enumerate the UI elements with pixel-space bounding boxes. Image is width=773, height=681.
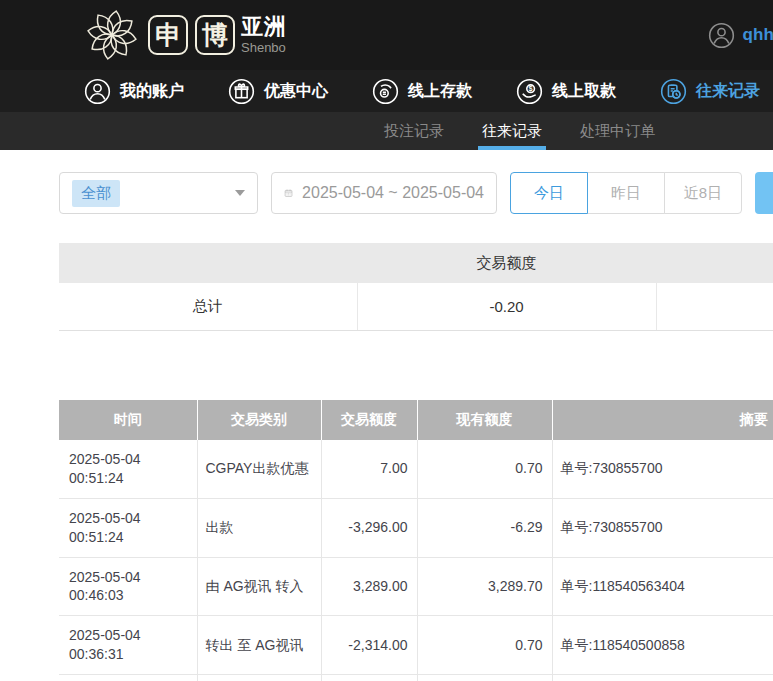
record-tabs: 投注记录 往来记录 处理中订单 (0, 112, 773, 150)
summary-header-empty (656, 243, 773, 283)
table-header-row: 时间 交易类别 交易额度 现有额度 摘要 (59, 400, 773, 440)
transactions-table: 时间 交易类别 交易额度 现有额度 摘要 2025-05-04 00:51:24… (59, 400, 773, 681)
cell-balance: 2,314.70 (417, 675, 552, 681)
cell-amount: -3,296.00 (321, 498, 417, 557)
cell-balance: 3,289.70 (417, 557, 552, 616)
summary-header-row: 交易额度 (59, 243, 773, 283)
table-row: 2025-05-04 00:36:31 转出 至 AG视讯 -2,314.00 … (59, 616, 773, 675)
cell-amount: 7.00 (321, 440, 417, 498)
logo-region-text: 亚洲 (241, 16, 287, 38)
nav-label: 线上存款 (408, 81, 472, 102)
logo-characters: 申 博 (148, 15, 235, 55)
main-navigation: 我的账户 优惠中心 线上存款 $ 线上取款 (0, 70, 773, 112)
nav-label: 线上取款 (552, 81, 616, 102)
cell-amount: 13.80 (321, 675, 417, 681)
table-row: 2025-05-04 00:51:24 CGPAY出款优惠 7.00 0.70 … (59, 440, 773, 498)
cell-summary: 单号:730855700 (552, 498, 773, 557)
user-area[interactable]: qhhw (708, 0, 773, 70)
cell-type: 由 AG视讯 转入 (197, 557, 321, 616)
summary-header-amount: 交易额度 (357, 243, 656, 283)
svg-text:$: $ (529, 84, 533, 93)
records-icon (660, 78, 687, 105)
last-8-days-button[interactable]: 近8日 (664, 172, 742, 214)
summary-empty-cell (656, 283, 773, 330)
summary-total-value: -0.20 (357, 283, 656, 330)
tab-betting-records[interactable]: 投注记录 (380, 112, 448, 150)
search-button[interactable] (755, 172, 773, 214)
cell-balance: 0.70 (417, 440, 552, 498)
column-header-summary: 摘要 (552, 400, 773, 440)
category-selected-value: 全部 (72, 180, 120, 207)
cell-summary: 单号:118540563404 (552, 557, 773, 616)
brand-logo[interactable]: 申 博 亚洲 Shenbo (84, 7, 287, 63)
logo-region: 亚洲 Shenbo (241, 16, 287, 54)
column-header-balance: 现有额度 (417, 400, 552, 440)
cell-time: 2025-05-04 00:36:31 (59, 616, 197, 675)
today-button[interactable]: 今日 (510, 172, 588, 214)
nav-label: 优惠中心 (264, 81, 328, 102)
page: 申 博 亚洲 Shenbo qhhw 我的账户 (0, 0, 773, 681)
cell-time: 2025-05-04 00:51:24 (59, 498, 197, 557)
summary-total-label: 总计 (59, 283, 357, 330)
quick-date-buttons: 今日 昨日 近8日 (510, 172, 742, 214)
summary-table: 交易额度 总计 -0.20 (59, 243, 773, 331)
nav-item-deposit[interactable]: 线上存款 (372, 78, 472, 105)
cell-time: 2025-05-04 00:46:03 (59, 557, 197, 616)
withdraw-icon: $ (516, 78, 543, 105)
cell-time: 2025-05-04 00:36:23 (59, 675, 197, 681)
flower-logo-icon (84, 7, 140, 63)
table-row: 2025-05-04 00:51:24 出款 -3,296.00 -6.29 单… (59, 498, 773, 557)
nav-item-records[interactable]: 往来记录 (660, 78, 760, 105)
user-avatar-icon (708, 22, 735, 49)
cell-amount: -2,314.00 (321, 616, 417, 675)
top-header: 申 博 亚洲 Shenbo qhhw (0, 0, 773, 70)
account-icon (84, 78, 111, 105)
table-row: 2025-05-04 00:46:03 由 AG视讯 转入 3,289.00 3… (59, 557, 773, 616)
nav-label: 往来记录 (696, 81, 760, 102)
cell-summary: 单号:730855700 (552, 440, 773, 498)
summary-total-row: 总计 -0.20 (59, 283, 773, 330)
cell-balance: 0.70 (417, 616, 552, 675)
cell-summary: 单号:118540500858 (552, 616, 773, 675)
cell-balance: -6.29 (417, 498, 552, 557)
cell-type: CGPAY-CG钱包支付笔笔送优惠 (197, 675, 321, 681)
logo-subtitle: Shenbo (241, 41, 287, 54)
tab-pending-orders[interactable]: 处理中订单 (576, 112, 659, 150)
logo-char-1: 申 (148, 15, 188, 55)
column-header-type: 交易类别 (197, 400, 321, 440)
nav-item-withdraw[interactable]: $ 线上取款 (516, 78, 616, 105)
cell-type: 转出 至 AG视讯 (197, 616, 321, 675)
cell-amount: 3,289.00 (321, 557, 417, 616)
cell-time: 2025-05-04 00:51:24 (59, 440, 197, 498)
date-range-value: 2025-05-04 ~ 2025-05-04 (302, 184, 484, 202)
column-header-amount: 交易额度 (321, 400, 417, 440)
cell-type: 出款 (197, 498, 321, 557)
table-row: 2025-05-04 00:36:23 CGPAY-CG钱包支付笔笔送优惠 13… (59, 675, 773, 681)
calendar-icon (284, 184, 293, 202)
deposit-icon (372, 78, 399, 105)
promo-icon (228, 78, 255, 105)
cell-type: CGPAY出款优惠 (197, 440, 321, 498)
chevron-down-icon (235, 190, 245, 196)
username-text[interactable]: qhhw (743, 25, 773, 45)
summary-header-empty (59, 243, 357, 283)
column-header-time: 时间 (59, 400, 197, 440)
cell-summary: 单号:202505043949423402 (552, 675, 773, 681)
category-select[interactable]: 全部 (59, 172, 258, 214)
tab-transaction-records[interactable]: 往来记录 (478, 112, 546, 150)
nav-label: 我的账户 (120, 81, 184, 102)
logo-char-2: 博 (195, 15, 235, 55)
yesterday-button[interactable]: 昨日 (587, 172, 665, 214)
nav-item-my-account[interactable]: 我的账户 (84, 78, 184, 105)
nav-item-promotions[interactable]: 优惠中心 (228, 78, 328, 105)
date-range-input[interactable]: 2025-05-04 ~ 2025-05-04 (271, 172, 497, 214)
